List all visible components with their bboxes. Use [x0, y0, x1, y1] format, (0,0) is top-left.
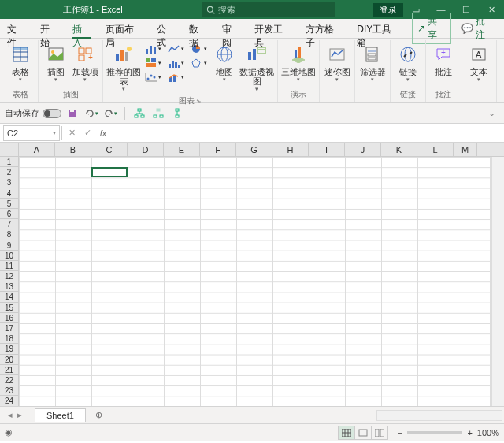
undo-button[interactable]: ▾: [83, 106, 99, 121]
org-chart1-button[interactable]: [132, 106, 147, 121]
col-header[interactable]: M: [454, 143, 477, 156]
row-header[interactable]: 7: [0, 219, 18, 229]
col-header[interactable]: C: [91, 143, 128, 156]
zoom-level[interactable]: 100%: [477, 428, 499, 437]
redo-button[interactable]: ▾: [102, 106, 118, 121]
row-header[interactable]: 19: [0, 344, 18, 354]
page-break-view-button[interactable]: [371, 426, 388, 440]
sheet-tab[interactable]: Sheet1: [35, 408, 86, 422]
save-button[interactable]: [65, 106, 80, 121]
formula-input[interactable]: [111, 125, 504, 141]
tab-review[interactable]: 审阅: [215, 19, 248, 38]
col-header[interactable]: E: [164, 143, 200, 156]
select-all-corner[interactable]: [0, 143, 19, 156]
tab-ffgz[interactable]: 方方格子: [298, 19, 350, 38]
zoom-slider[interactable]: [407, 431, 462, 434]
org-chart2-button[interactable]: [150, 106, 166, 121]
combo-chart-button[interactable]: ▾: [165, 70, 187, 84]
col-header[interactable]: J: [345, 143, 381, 156]
col-header[interactable]: B: [55, 143, 91, 156]
collapse-ribbon-button[interactable]: ⌄: [484, 106, 499, 121]
col-header[interactable]: I: [309, 143, 345, 156]
row-header[interactable]: 17: [0, 323, 18, 333]
row-header[interactable]: 22: [0, 375, 18, 385]
tree-chart-icon: [145, 58, 158, 69]
link-button[interactable]: 链接▾: [394, 42, 422, 84]
tab-diy[interactable]: DIY工具箱: [350, 19, 407, 38]
sheet-nav[interactable]: ◂▸: [0, 410, 30, 420]
row-header[interactable]: 4: [0, 188, 18, 199]
autosave-toggle[interactable]: 自动保存: [5, 107, 61, 119]
record-macro-icon[interactable]: ◉: [5, 427, 13, 437]
col-header[interactable]: D: [128, 143, 164, 156]
sparklines-button[interactable]: 迷你图▾: [323, 42, 351, 84]
line-chart-button[interactable]: ▾: [165, 42, 187, 56]
comments-button[interactable]: 💬批注: [456, 13, 499, 44]
row-header[interactable]: 12: [0, 271, 18, 281]
tab-layout[interactable]: 页面布局: [98, 19, 150, 38]
comment-button[interactable]: + 批注: [429, 42, 458, 78]
row-header[interactable]: 20: [0, 355, 18, 365]
row-header[interactable]: 10: [0, 251, 18, 261]
row-header[interactable]: 14: [0, 292, 18, 302]
insert-function-button[interactable]: fx: [95, 128, 111, 138]
tab-home[interactable]: 开始: [33, 19, 66, 38]
row-header[interactable]: 24: [0, 396, 18, 406]
row-header[interactable]: 2: [0, 167, 18, 177]
quick-access-toolbar: 自动保存 ▾ ▾ ⌄: [0, 103, 504, 124]
col-header[interactable]: A: [19, 143, 55, 156]
tab-developer[interactable]: 开发工具: [247, 19, 298, 38]
cell-area[interactable]: [19, 157, 504, 406]
charts-launcher-icon[interactable]: ⬊: [196, 98, 202, 105]
cancel-formula-button[interactable]: ✕: [64, 128, 80, 138]
page-layout-view-button[interactable]: [354, 426, 372, 440]
login-button[interactable]: 登录: [373, 3, 403, 17]
row-header[interactable]: 6: [0, 209, 18, 219]
zoom-in-button[interactable]: +: [467, 428, 472, 437]
surface-chart-button[interactable]: ▾: [187, 56, 209, 70]
normal-view-button[interactable]: [338, 426, 355, 440]
svg-rect-22: [146, 63, 156, 67]
col-header[interactable]: F: [200, 143, 236, 156]
symbols-button[interactable]: Ω 符号▾: [500, 42, 504, 84]
row-header[interactable]: 5: [0, 199, 18, 209]
row-header[interactable]: 1: [0, 157, 18, 167]
col-header[interactable]: K: [381, 143, 417, 156]
tab-file[interactable]: 文件: [0, 19, 33, 38]
name-box[interactable]: C2▾: [3, 125, 60, 141]
row-header[interactable]: 15: [0, 303, 18, 313]
col-header[interactable]: H: [272, 143, 309, 156]
add-sheet-button[interactable]: ⊕: [91, 410, 108, 420]
row-header[interactable]: 16: [0, 313, 18, 323]
undo-icon: [84, 108, 95, 119]
prev-sheet-icon[interactable]: ◂: [8, 410, 13, 420]
org-chart3-button[interactable]: [169, 106, 185, 121]
svg-rect-13: [116, 54, 119, 61]
vertical-scrollbar[interactable]: [491, 157, 504, 406]
group-sparklines: 迷你图▾: [320, 40, 355, 102]
row-header[interactable]: 13: [0, 281, 18, 292]
col-header[interactable]: L: [417, 143, 454, 156]
hierarchy-chart-button[interactable]: ▾: [142, 56, 164, 70]
row-header[interactable]: 9: [0, 240, 18, 251]
row-header[interactable]: 18: [0, 333, 18, 344]
statistic-chart-button[interactable]: ▾: [165, 56, 187, 70]
row-header[interactable]: 3: [0, 177, 18, 188]
row-header[interactable]: 21: [0, 365, 18, 375]
row-header[interactable]: 11: [0, 261, 18, 271]
next-sheet-icon[interactable]: ▸: [17, 410, 22, 420]
text-button[interactable]: A 文本▾: [465, 42, 493, 84]
scatter-chart-button[interactable]: ▾: [142, 70, 164, 84]
share-button[interactable]: ↗共享: [412, 13, 451, 44]
tab-data[interactable]: 数据: [182, 19, 215, 38]
search-box[interactable]: 搜索: [202, 2, 335, 17]
tab-formulas[interactable]: 公式: [150, 19, 183, 38]
horizontal-scrollbar[interactable]: [376, 410, 502, 421]
enter-formula-button[interactable]: ✓: [80, 128, 95, 138]
row-header[interactable]: 23: [0, 385, 18, 396]
row-header[interactable]: 8: [0, 229, 18, 240]
zoom-out-button[interactable]: −: [398, 428, 402, 437]
tab-insert[interactable]: 插入: [65, 19, 98, 38]
col-header[interactable]: G: [236, 143, 272, 156]
spreadsheet-grid[interactable]: A B C D E F G H I J K L M 1 2 3 4 5 6 7 …: [0, 143, 504, 406]
